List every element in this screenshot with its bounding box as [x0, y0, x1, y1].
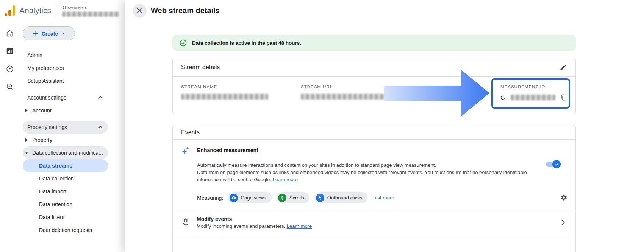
status-text: Data collection is active in the past 48…	[192, 40, 301, 46]
close-icon[interactable]	[133, 4, 147, 18]
chevron-up-icon	[98, 96, 103, 99]
sidebar-item-label: Property	[32, 137, 52, 143]
edit-pencil-icon[interactable]	[560, 64, 567, 71]
sidebar-item-admin[interactable]: Admin	[23, 49, 108, 62]
chip-label: Page views	[241, 195, 266, 201]
copy-icon[interactable]	[560, 94, 567, 101]
sidebar-item-label: My preferences	[27, 65, 64, 71]
gear-icon[interactable]	[560, 194, 568, 202]
enhanced-measurement-title: Enhanced measurement	[197, 147, 258, 153]
field-label: STREAM NAME	[181, 84, 268, 89]
sparkle-icon	[181, 146, 190, 157]
modify-events-description: Modify incoming events and parameters. L…	[197, 223, 312, 229]
chip-label: Scrolls	[289, 195, 304, 201]
modify-events-row[interactable]: Modify events Modify incoming events and…	[173, 211, 575, 235]
enhanced-measurement-section: Enhanced measurement Automatically measu…	[173, 140, 575, 183]
divider	[173, 236, 575, 236]
measurement-id-field: MEASUREMENT ID G-	[500, 84, 567, 101]
chip-label: Outbound clicks	[327, 195, 363, 201]
sidebar-item-label: Data import	[39, 188, 66, 194]
analytics-logo-icon[interactable]	[5, 5, 16, 16]
field-label: MEASUREMENT ID	[500, 84, 567, 89]
measurement-id-redacted	[511, 95, 555, 100]
account-breadcrumb: All accounts >	[62, 5, 119, 17]
measurement-id-prefix: G-	[500, 94, 507, 101]
dialog-content: Data collection is active in the past 48…	[172, 0, 576, 252]
card-title: Events	[181, 129, 200, 136]
description-line: Data from on-page elements such as links…	[197, 169, 541, 183]
sidebar-item-data-import[interactable]: Data import	[23, 185, 108, 198]
measuring-row: Measuring: Page views Scrolls	[197, 192, 568, 203]
enhanced-measurement-description: Automatically measure interactions and c…	[197, 162, 541, 183]
sidebar-item-data-filters[interactable]: Data filters	[23, 211, 108, 224]
nav-rail	[0, 21, 20, 252]
create-label: Create	[42, 31, 58, 37]
card-title: Stream details	[181, 64, 220, 71]
section-label: Property settings	[27, 124, 67, 130]
breadcrumb[interactable]: All accounts >	[62, 6, 119, 10]
chevron-up-icon	[98, 126, 103, 129]
brand-name: Analytics	[19, 6, 51, 15]
events-card: Events Enhanced measurement Automaticall…	[172, 125, 576, 252]
expand-arrow-icon	[25, 138, 28, 142]
sidebar-item-label: Data deletion requests	[39, 227, 92, 233]
account-name-redacted	[62, 12, 119, 17]
sidebar-item-my-preferences[interactable]: My preferences	[23, 62, 108, 75]
chevron-right-icon[interactable]	[559, 218, 567, 227]
field-label: STREAM URL	[301, 84, 386, 89]
description-line: Automatically measure interactions and c…	[197, 162, 541, 169]
sidebar-item-data-deletion-requests[interactable]: Data deletion requests	[23, 224, 108, 236]
sidebar-item-label: Data retention	[39, 201, 72, 207]
modify-events-icon	[182, 218, 190, 227]
divider	[57, 4, 57, 17]
description-text: Modify incoming events and parameters.	[197, 223, 285, 229]
expand-arrow-icon	[25, 109, 28, 112]
chevron-down-icon	[62, 33, 65, 34]
stream-name-redacted	[181, 94, 268, 100]
logo-bar	[13, 5, 15, 16]
web-stream-details-dialog: Web stream details Data collection is ac…	[125, 0, 644, 252]
sidebar-item-data-collection-and-modification[interactable]: Data collection and modifica...	[23, 146, 108, 159]
plus-icon	[33, 31, 39, 36]
chip-scrolls: Scrolls	[277, 192, 309, 203]
sidebar-item-setup-assistant[interactable]: Setup Assistant	[23, 75, 108, 87]
sidebar-item-label: Data collection and modifica...	[32, 150, 103, 156]
top-bar: Analytics All accounts >	[0, 0, 125, 21]
section-account-settings[interactable]: Account settings	[23, 91, 108, 104]
stream-name-field: STREAM NAME	[181, 84, 268, 100]
eye-icon	[230, 194, 238, 202]
section-label: Account settings	[27, 95, 66, 101]
more-events-link[interactable]: + 4 more	[374, 195, 394, 201]
modify-events-title: Modify events	[197, 216, 312, 222]
sidebar-item-label: Data streams	[39, 163, 72, 169]
sidebar-item-label: Setup Assistant	[27, 78, 64, 84]
sidebar-item-account[interactable]: Account	[23, 104, 108, 117]
logo-bar	[8, 10, 11, 16]
create-button[interactable]: Create	[23, 26, 75, 40]
description-text: Data from on-page elements such as links…	[197, 170, 527, 182]
advertising-icon[interactable]	[5, 64, 14, 73]
scrolls-icon	[278, 194, 286, 202]
reports-icon[interactable]	[5, 47, 14, 56]
check-circle-icon	[179, 39, 187, 47]
status-banner: Data collection is active in the past 48…	[172, 35, 576, 51]
enhanced-measurement-toggle[interactable]	[546, 162, 560, 167]
sidebar-item-data-collection[interactable]: Data collection	[23, 172, 108, 185]
sidebar-item-data-streams[interactable]: Data streams	[23, 159, 108, 172]
events-header: Events	[173, 125, 575, 140]
home-icon[interactable]	[5, 29, 14, 38]
section-property-settings[interactable]: Property settings	[23, 121, 108, 134]
logo-dot	[5, 13, 7, 16]
sidebar-item-property[interactable]: Property	[23, 134, 108, 146]
sidebar-item-label: Account	[32, 107, 52, 114]
mouse-click-icon	[316, 194, 324, 202]
toggle-thumb	[552, 160, 561, 168]
sidebar-item-data-retention[interactable]: Data retention	[23, 198, 108, 211]
stream-fields: STREAM NAME STREAM URL MEASUREMENT ID G-	[173, 77, 575, 114]
collapse-arrow-icon	[25, 152, 28, 154]
learn-more-link[interactable]: Learn more	[287, 223, 312, 229]
learn-more-link[interactable]: Learn more	[272, 177, 297, 182]
explore-icon[interactable]	[5, 82, 14, 91]
sidebar-item-label: Data collection	[39, 176, 74, 182]
stream-details-header: Stream details	[173, 58, 575, 77]
